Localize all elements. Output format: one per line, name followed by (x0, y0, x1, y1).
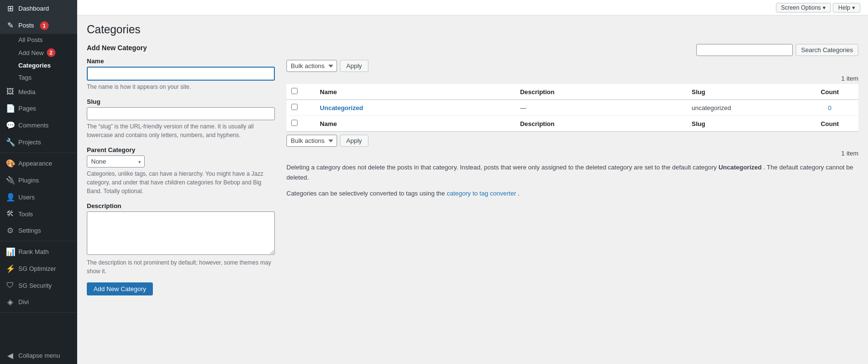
sidebar-item-label: Pages (18, 105, 36, 112)
sidebar-item-rank-math[interactable]: 📊 Rank Math (0, 243, 77, 260)
add-new-badge: 2 (47, 48, 55, 57)
col-description-header: Description (515, 84, 687, 100)
projects-icon: 🔧 (6, 138, 14, 147)
row-checkbox[interactable] (291, 104, 298, 110)
sidebar-item-label: Posts (18, 22, 34, 29)
sidebar-item-label: Media (18, 88, 35, 96)
sidebar-item-sg-security[interactable]: 🛡 SG Security (0, 277, 77, 294)
apply-button-bottom[interactable]: Apply (340, 135, 368, 147)
table-topbar: Search Categories (286, 44, 858, 56)
sidebar-item-label: Users (18, 194, 35, 201)
screen-options-label: Screen Options (781, 4, 821, 11)
bulk-actions-select-bottom[interactable]: Bulk actions (286, 135, 337, 147)
search-categories-input[interactable] (696, 44, 793, 56)
screen-options-button[interactable]: Screen Options ▾ (776, 3, 831, 13)
divi-icon: ◈ (6, 297, 14, 307)
col-name-header[interactable]: Name (315, 84, 515, 100)
sidebar-item-label: Comments (18, 122, 49, 129)
description-textarea[interactable] (87, 211, 275, 255)
search-bar: Search Categories (696, 44, 858, 56)
sidebar-item-plugins[interactable]: 🔌 Plugins (0, 172, 77, 189)
collapse-label: Collapse menu (18, 352, 60, 359)
sidebar-item-posts[interactable]: ✎ Posts 1 (0, 17, 77, 34)
sidebar-item-projects[interactable]: 🔧 Projects (0, 134, 77, 151)
sidebar-separator-2 (0, 241, 77, 241)
col-slug-header: Slug (687, 84, 801, 100)
table-header: Name Description Slug Count (286, 84, 858, 100)
sidebar-item-sg-optimizer[interactable]: ⚡ SG Optimizer (0, 260, 77, 277)
sidebar-subitem-tags[interactable]: Tags (0, 71, 77, 84)
add-new-label: Add New (18, 49, 44, 56)
sidebar: ⊞ Dashboard ✎ Posts 1 All Posts Add New … (0, 0, 77, 364)
count-link[interactable]: 0 (828, 104, 831, 112)
col-checkbox-footer (286, 116, 315, 132)
sidebar-item-label: Appearance (18, 160, 52, 167)
sidebar-item-media[interactable]: 🖼 Media (0, 84, 77, 100)
description-hint: The description is not prominent by defa… (87, 258, 275, 276)
table-body: Uncategorized — uncategorized 0 (286, 100, 858, 116)
category-to-tag-converter-link[interactable]: category to tag converter (447, 190, 516, 197)
page-title: Categories (87, 23, 858, 36)
description-label: Description (87, 202, 275, 210)
sidebar-item-settings[interactable]: ⚙ Settings (0, 222, 77, 239)
item-count-top: 1 item (286, 75, 858, 82)
info-text-2: Categories can be selectively converted … (286, 189, 858, 199)
sidebar-item-appearance[interactable]: 🎨 Appearance (0, 155, 77, 172)
apply-button-top[interactable]: Apply (340, 60, 368, 72)
sidebar-item-comments[interactable]: 💬 Comments (0, 117, 77, 134)
plugins-icon: 🔌 (6, 176, 14, 185)
sidebar-item-divi[interactable]: ◈ Divi (0, 294, 77, 310)
sg-optimizer-icon: ⚡ (6, 264, 14, 273)
bulk-actions-top: Bulk actions Apply (286, 60, 858, 72)
default-category-name: Uncategorized (719, 164, 762, 171)
item-count-bottom: 1 item (286, 150, 858, 157)
parent-category-label: Parent Category (87, 146, 275, 154)
sidebar-subitem-add-new[interactable]: Add New 2 (0, 46, 77, 59)
add-category-form: Add New Category Name The name is how it… (87, 44, 275, 295)
chevron-down-icon-help: ▾ (852, 4, 855, 11)
topbar: Screen Options ▾ Help ▾ (77, 0, 868, 15)
bulk-actions-select-top[interactable]: Bulk actions (286, 60, 337, 72)
main-content: Screen Options ▾ Help ▾ Categories Add N… (77, 0, 868, 364)
help-label: Help (838, 4, 850, 11)
select-all-checkbox-bottom[interactable] (291, 120, 298, 126)
sidebar-collapse-menu[interactable]: ◀ Collapse menu (0, 347, 77, 364)
help-button[interactable]: Help ▾ (833, 3, 860, 13)
pages-icon: 📄 (6, 104, 14, 113)
sidebar-item-users[interactable]: 👤 Users (0, 189, 77, 206)
category-name-link[interactable]: Uncategorized (320, 104, 363, 112)
info-text-1: Deleting a category does not delete the … (286, 163, 858, 183)
table-footer-row: Name Description Slug Count (286, 116, 858, 132)
search-categories-button[interactable]: Search Categories (796, 44, 858, 56)
table-footer: Name Description Slug Count (286, 116, 858, 132)
description-field: Description The description is not promi… (87, 202, 275, 276)
users-icon: 👤 (6, 193, 14, 202)
sidebar-separator-1 (0, 153, 77, 153)
bulk-actions-bottom: Bulk actions Apply (286, 135, 858, 147)
categories-table: Name Description Slug Count (286, 84, 858, 132)
sidebar-subitem-all-posts[interactable]: All Posts (0, 34, 77, 46)
row-count-cell: 0 (801, 100, 858, 116)
tags-label: Tags (18, 74, 31, 81)
slug-label: Slug (87, 98, 275, 105)
media-icon: 🖼 (6, 87, 14, 96)
comments-icon: 💬 (6, 121, 14, 130)
parent-category-select[interactable]: None (87, 155, 145, 168)
select-all-checkbox-top[interactable] (291, 88, 298, 94)
content-layout: Add New Category Name The name is how it… (87, 44, 858, 295)
slug-hint: The “slug” is the URL-friendly version o… (87, 122, 275, 140)
add-new-category-button[interactable]: Add New Category (87, 282, 153, 295)
sidebar-subitem-categories[interactable]: Categories (0, 59, 77, 71)
sidebar-item-pages[interactable]: 📄 Pages (0, 100, 77, 117)
name-input[interactable] (87, 67, 275, 81)
slug-input[interactable] (87, 107, 275, 120)
sidebar-separator-3 (0, 312, 77, 313)
parent-hint: Categories, unlike tags, can have a hier… (87, 169, 275, 196)
sidebar-item-dashboard[interactable]: ⊞ Dashboard (0, 0, 77, 17)
form-title: Add New Category (87, 44, 275, 52)
tools-icon: 🛠 (6, 210, 14, 218)
sidebar-item-label: Settings (18, 227, 41, 234)
col-checkbox-header (286, 84, 315, 100)
table-panel: Search Categories Bulk actions Apply 1 i… (286, 44, 858, 198)
sidebar-item-tools[interactable]: 🛠 Tools (0, 206, 77, 222)
